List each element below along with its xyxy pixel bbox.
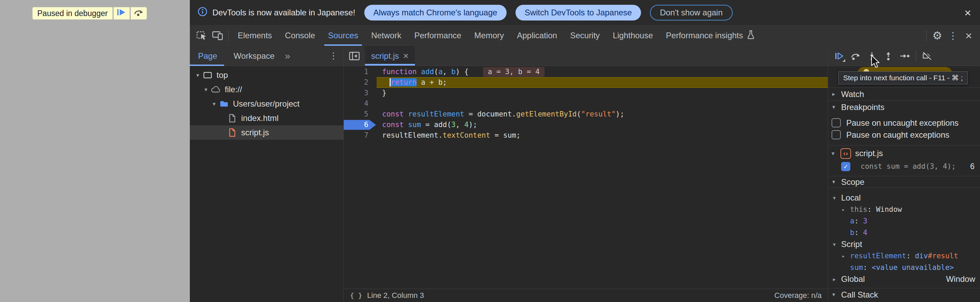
switch-to-japanese-button[interactable]: Switch DevTools to Japanese (515, 5, 641, 21)
scope-item-b[interactable]: b: 4 (828, 227, 980, 239)
resume-icon (116, 8, 127, 19)
toggle-navigator-icon[interactable] (344, 46, 365, 66)
line-number-gutter[interactable]: 4 (344, 98, 377, 109)
navigator-tabs: Page Workspace » ⋮ (190, 46, 344, 66)
caret-down-icon: ▾ (832, 103, 841, 111)
paused-in-debugger-banner: Paused in debugger (32, 7, 147, 19)
devtools-close-icon[interactable]: × (961, 28, 977, 43)
tree-item-label: script.js (241, 128, 269, 138)
tab-memory[interactable]: Memory (468, 25, 511, 46)
tree-item-top[interactable]: ▾ top (190, 68, 344, 82)
devtools-window: DevTools is now available in Japanese! A… (190, 0, 980, 302)
paused-code-line: 2 return a + b; (344, 77, 828, 88)
resume-button[interactable] (831, 48, 847, 64)
call-stack-section-header[interactable]: ▾ Call Stack (828, 288, 980, 301)
js-file-icon (227, 128, 238, 138)
device-toolbar-icon[interactable] (210, 28, 226, 43)
more-tabs-icon[interactable]: » (283, 51, 293, 62)
tree-item-project-folder[interactable]: ▾ Users/user/project (190, 97, 344, 111)
debugger-toolbar (828, 46, 980, 66)
sources-panel: Page Workspace » ⋮ ▾ top ▾ (190, 46, 980, 302)
tab-console[interactable]: Console (278, 25, 321, 46)
devtools-toolbar: Elements Console Sources Network Perform… (190, 25, 980, 46)
code-editor[interactable]: 1 function add(a, b) {a = 3, b = 4 2 ret… (344, 66, 828, 289)
caret-down-icon: ▾ (832, 150, 840, 157)
pause-caught-exceptions-row[interactable]: Pause on caught exceptions (828, 129, 980, 141)
checkbox-checked[interactable]: ✓ (841, 162, 850, 171)
line-number-gutter[interactable]: 5 (344, 109, 377, 120)
step-over-button-banner[interactable] (130, 7, 147, 19)
breakpoint-snippet: const sum = add(3, 4); (861, 162, 956, 171)
tab-lighthouse[interactable]: Lighthouse (606, 25, 659, 46)
match-chrome-language-button[interactable]: Always match Chrome's language (364, 5, 507, 21)
scope-list: ▾ Local ▸ this: Window a: 3 (828, 188, 980, 285)
tree-item-file-scheme[interactable]: ▾ file:// (190, 82, 344, 97)
settings-gear-icon[interactable]: ⚙ (929, 28, 945, 43)
editor-tab-script-js[interactable]: script.js × (365, 46, 415, 66)
caret-right-icon: ▸ (842, 206, 850, 213)
line-number-gutter[interactable]: 7 (344, 130, 377, 141)
scope-section-header[interactable]: ▾ Scope (828, 176, 980, 188)
breakpoint-file-row[interactable]: ▾ ‹› script.js (828, 147, 980, 160)
pretty-print-icon[interactable]: { } (350, 291, 362, 300)
scope-script-group[interactable]: ▾ Script (828, 239, 980, 250)
breakpoint-entry-row[interactable]: ✓ const sum = add(3, 4); 6 (828, 160, 980, 173)
toolbar-divider (926, 30, 927, 41)
close-tab-icon[interactable]: × (403, 51, 409, 61)
inspect-element-icon[interactable] (194, 28, 210, 43)
tab-security[interactable]: Security (564, 25, 606, 46)
breakpoint-badge[interactable]: 6 (344, 120, 377, 130)
tab-performance-insights[interactable]: Performance insights (660, 25, 761, 46)
breakpoint-line-number: 6 (970, 162, 980, 171)
more-options-icon[interactable]: ⋮ (945, 28, 961, 43)
caret-down-icon[interactable]: ▾ (210, 100, 218, 108)
line-number-gutter[interactable]: 1 (344, 66, 377, 77)
checkbox-unchecked[interactable] (832, 118, 841, 127)
caret-right-icon: ▸ (842, 253, 850, 259)
resume-script-button[interactable] (114, 7, 130, 19)
tree-item-label: top (216, 70, 228, 80)
tab-performance[interactable]: Performance (408, 25, 468, 46)
resume-dropdown-corner (843, 59, 845, 62)
checkbox-unchecked[interactable] (832, 130, 841, 139)
navigator-menu-icon[interactable]: ⋮ (329, 51, 338, 61)
tab-network[interactable]: Network (364, 25, 408, 46)
caret-down-icon[interactable]: ▾ (202, 86, 210, 93)
line-number-gutter[interactable]: 3 (344, 88, 377, 98)
scope-item-sum[interactable]: sum: <value unavailable> (828, 262, 980, 273)
step-over-button[interactable] (847, 48, 864, 64)
step-into-button[interactable] (864, 48, 880, 64)
scope-item-result-element[interactable]: ▸ resultElement: div#result (828, 250, 980, 262)
dont-show-again-button[interactable]: Don't show again (650, 5, 732, 21)
scope-global-group[interactable]: ▸ Global Window (828, 273, 980, 285)
caret-down-icon[interactable]: ▾ (194, 72, 202, 79)
pause-uncaught-exceptions-row[interactable]: Pause on uncaught exceptions (828, 117, 980, 129)
deactivate-breakpoints-button[interactable] (919, 48, 935, 64)
coverage-status: Coverage: n/a (775, 291, 822, 300)
scope-item-this[interactable]: ▸ this: Window (828, 204, 980, 215)
tab-application[interactable]: Application (510, 25, 563, 46)
tab-page[interactable]: Page (190, 46, 226, 66)
tab-sources[interactable]: Sources (321, 25, 364, 46)
infobar-close-icon[interactable]: × (964, 7, 971, 19)
watch-section-header[interactable]: ▸ Watch (828, 87, 980, 100)
line-number-gutter[interactable]: 2 (344, 77, 377, 88)
caret-down-icon: ▾ (832, 291, 841, 298)
scope-local-group[interactable]: ▾ Local (828, 192, 980, 204)
tab-workspace[interactable]: Workspace (226, 46, 283, 66)
tab-elements[interactable]: Elements (231, 25, 278, 46)
scope-item-a[interactable]: a: 3 (828, 215, 980, 227)
breakpoints-section-header[interactable]: ▾ Breakpoints (828, 100, 980, 114)
step-button[interactable] (897, 48, 913, 64)
debugger-toolbar-divider (916, 50, 916, 62)
step-out-button[interactable] (880, 48, 897, 64)
caret-down-icon: ▾ (833, 195, 841, 201)
tree-item-script-js[interactable]: script.js (190, 125, 344, 140)
navigator-pane: Page Workspace » ⋮ ▾ top ▾ (190, 46, 344, 302)
flask-icon (746, 30, 754, 41)
caret-right-icon: ▸ (833, 276, 841, 283)
editor-status-bar: { } Line 2, Column 3 Coverage: n/a (344, 289, 828, 302)
tree-item-index-html[interactable]: index.html (190, 111, 344, 125)
html-file-icon (227, 114, 238, 123)
caret-down-icon: ▾ (832, 178, 841, 185)
